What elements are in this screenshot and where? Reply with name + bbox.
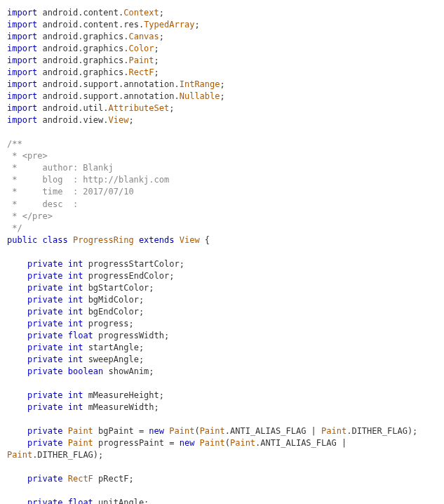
code-block: import android.content.Context; import a…: [7, 7, 437, 504]
